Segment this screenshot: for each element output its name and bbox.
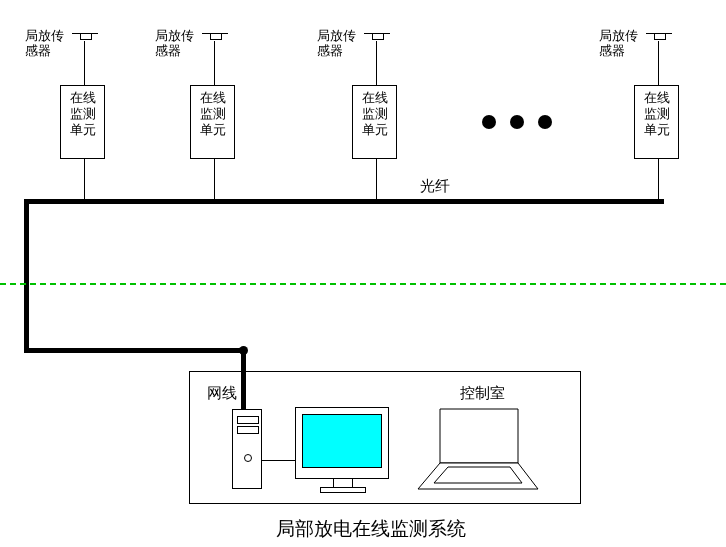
connector-line <box>214 159 215 201</box>
unit-label: 在线监测单元 <box>362 90 388 137</box>
pc-tower-icon <box>232 409 262 489</box>
sensor-label: 局放传感器 <box>155 28 194 58</box>
sensor-icon <box>202 33 228 41</box>
ellipsis-dot <box>538 115 552 129</box>
monitor-base <box>320 487 366 493</box>
connector-line <box>658 159 659 201</box>
connector-line <box>214 41 215 85</box>
sensor-label: 局放传感器 <box>599 28 638 58</box>
sensor-label: 局放传感器 <box>25 28 64 58</box>
fiber-bus <box>24 199 664 204</box>
monitor-unit-box: 在线监测单元 <box>634 85 679 159</box>
divider-line <box>0 283 726 285</box>
fiber-bus <box>24 199 29 352</box>
node-dot <box>239 346 248 355</box>
connector-line <box>84 159 85 201</box>
connector-line <box>658 41 659 85</box>
monitor-unit-box: 在线监测单元 <box>190 85 235 159</box>
ellipsis-dot <box>510 115 524 129</box>
desktop-monitor-icon <box>295 407 389 479</box>
sensor-icon <box>646 33 672 41</box>
unit-label: 在线监测单元 <box>644 90 670 137</box>
monitor-unit-box: 在线监测单元 <box>352 85 397 159</box>
sensor-icon <box>364 33 390 41</box>
ellipsis-dot <box>482 115 496 129</box>
fiber-label: 光纤 <box>420 177 450 196</box>
control-room-label: 控制室 <box>460 384 505 403</box>
monitor-unit-box: 在线监测单元 <box>60 85 105 159</box>
fiber-bus <box>24 348 246 353</box>
diagram-title: 局部放电在线监测系统 <box>276 516 466 542</box>
fiber-bus <box>659 199 664 204</box>
monitor-screen <box>302 414 382 468</box>
connector-line <box>376 159 377 201</box>
net-label: 网线 <box>207 384 237 403</box>
unit-label: 在线监测单元 <box>200 90 226 137</box>
unit-label: 在线监测单元 <box>70 90 96 137</box>
svg-marker-0 <box>440 409 518 463</box>
connector-line <box>376 41 377 85</box>
laptop-icon <box>410 407 540 492</box>
svg-marker-2 <box>434 467 522 483</box>
connector-line <box>84 41 85 85</box>
sensor-icon <box>72 33 98 41</box>
cable-line <box>262 460 295 461</box>
sensor-label: 局放传感器 <box>317 28 356 58</box>
